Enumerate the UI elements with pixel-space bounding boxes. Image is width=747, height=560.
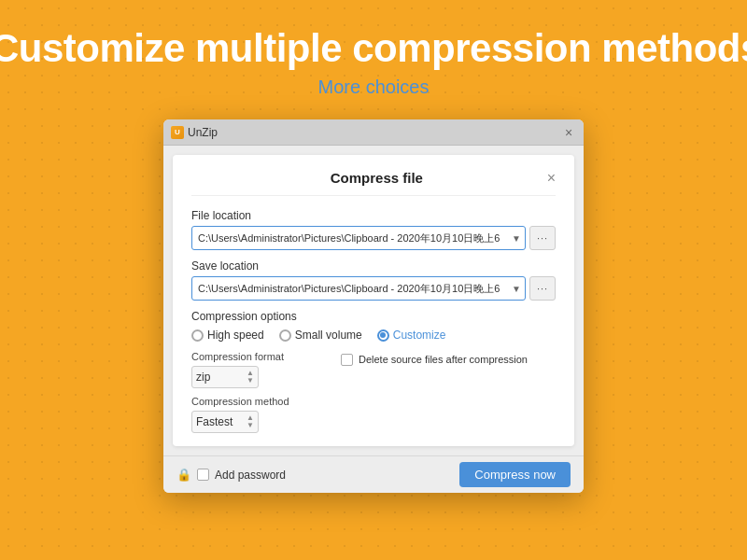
dialog-title: Compress file	[206, 170, 547, 186]
save-location-value: C:\Users\Administrator\Pictures\Clipboar…	[198, 282, 500, 296]
radio-customize[interactable]: Customize	[377, 329, 446, 342]
hero-title: Customize multiple compression methods	[0, 26, 747, 71]
window-close-button[interactable]: ×	[561, 125, 576, 140]
format-value: zip	[196, 371, 210, 384]
add-password-checkbox[interactable]	[197, 469, 209, 481]
window-titlebar: U UnZip ×	[163, 119, 584, 146]
file-location-label: File location	[191, 209, 556, 222]
file-location-arrow: ▼	[512, 233, 521, 244]
compression-options-label: Compression options	[191, 310, 556, 323]
window-footer: 🔒 Add password Compress now	[163, 455, 584, 493]
footer-left: 🔒 Add password	[176, 468, 286, 482]
delete-files-checkbox[interactable]	[341, 354, 353, 366]
save-location-label: Save location	[191, 259, 556, 273]
dialog-close-button[interactable]: ×	[547, 171, 556, 186]
format-select[interactable]: zip ▲ ▼	[191, 366, 259, 388]
radio-small-volume-circle	[279, 329, 291, 342]
radio-options-row: High speed Small volume Customize	[191, 329, 556, 342]
method-value: Fastest	[196, 415, 233, 428]
compression-format-label: Compression format	[191, 351, 341, 362]
save-location-arrow: ▼	[512, 284, 521, 294]
dialog-panel: Compress file × File location C:\Users\A…	[173, 155, 574, 446]
save-location-row: C:\Users\Administrator\Pictures\Clipboar…	[191, 276, 556, 301]
app-name: UnZip	[188, 126, 218, 139]
app-window: U UnZip × Compress file × File location …	[163, 119, 584, 493]
file-location-input[interactable]: C:\Users\Administrator\Pictures\Clipboar…	[191, 226, 526, 250]
format-column: Compression format zip ▲ ▼	[191, 351, 341, 388]
method-arrows: ▲ ▼	[247, 414, 254, 429]
window-title: U UnZip	[171, 126, 218, 139]
dialog-header: Compress file ×	[191, 170, 556, 196]
method-column: Compression method Fastest ▲ ▼	[191, 396, 556, 433]
file-location-browse[interactable]: ···	[529, 226, 556, 250]
lock-icon: 🔒	[176, 468, 191, 482]
compression-method-label: Compression method	[191, 396, 556, 407]
delete-files-label: Delete source files after compression	[359, 353, 528, 366]
radio-customize-label: Customize	[393, 329, 446, 342]
add-password-label: Add password	[215, 469, 286, 482]
compress-now-button[interactable]: Compress now	[459, 462, 571, 487]
save-location-browse[interactable]: ···	[529, 276, 556, 301]
radio-high-speed-circle	[191, 329, 204, 342]
hero-subtitle: More choices	[0, 77, 747, 98]
radio-high-speed-label: High speed	[207, 329, 264, 342]
file-location-row: C:\Users\Administrator\Pictures\Clipboar…	[191, 226, 556, 250]
radio-customize-circle	[377, 329, 389, 342]
app-icon: U	[171, 126, 184, 139]
format-arrows: ▲ ▼	[247, 370, 254, 385]
save-location-input[interactable]: C:\Users\Administrator\Pictures\Clipboar…	[191, 276, 526, 301]
options-row: Compression format zip ▲ ▼ Delete source…	[191, 351, 556, 388]
delete-column: Delete source files after compression	[341, 351, 556, 366]
radio-high-speed[interactable]: High speed	[191, 329, 264, 342]
method-select[interactable]: Fastest ▲ ▼	[191, 411, 259, 433]
radio-small-volume[interactable]: Small volume	[279, 329, 362, 342]
radio-small-volume-label: Small volume	[295, 329, 362, 342]
file-location-value: C:\Users\Administrator\Pictures\Clipboar…	[198, 231, 500, 245]
